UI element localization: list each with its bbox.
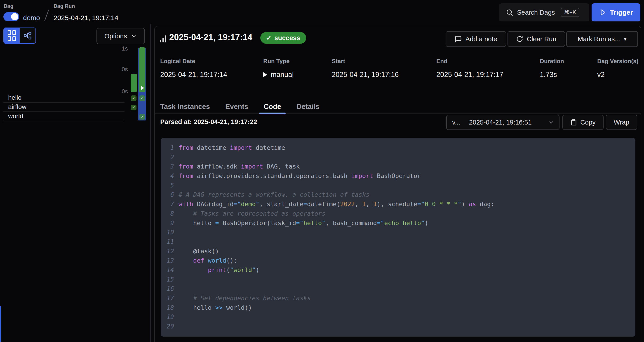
tab-events[interactable]: Events bbox=[221, 100, 253, 114]
dag-name-link[interactable]: demo bbox=[23, 14, 40, 22]
code-line: 19 bbox=[161, 312, 636, 322]
meta-label: Duration bbox=[540, 58, 564, 65]
code-text: from airflow.sdk import DAG, task bbox=[178, 162, 300, 171]
line-number: 1 bbox=[161, 143, 174, 153]
meta-value: 1.73s bbox=[540, 71, 564, 79]
run-duration-bar[interactable] bbox=[130, 74, 137, 92]
meta-value: 2025-04-21, 19:17:17 bbox=[436, 71, 503, 79]
dag-pause-toggle[interactable] bbox=[4, 12, 19, 21]
trigger-button[interactable]: Trigger bbox=[592, 3, 640, 21]
code-text: def world(): bbox=[178, 256, 237, 265]
task-name[interactable]: world bbox=[4, 112, 124, 121]
version-value: 2025-04-21, 19:16:51 bbox=[469, 119, 532, 126]
code-line: 7with DAG(dag_id="demo", start_date=date… bbox=[161, 199, 636, 209]
tab-code[interactable]: Code bbox=[259, 100, 286, 114]
breadcrumb-separator bbox=[44, 10, 49, 21]
line-number: 10 bbox=[161, 228, 174, 237]
wrap-button[interactable]: Wrap bbox=[606, 115, 637, 130]
task-status-airflow[interactable]: ✓ bbox=[131, 105, 136, 110]
meta-label: Dag Version(s) bbox=[597, 58, 638, 65]
check-icon: ✓ bbox=[266, 34, 272, 42]
code-text: # Set dependencies between tasks bbox=[178, 294, 311, 303]
dag-breadcrumb-label: Dag bbox=[4, 3, 13, 9]
tab-details[interactable]: Details bbox=[292, 100, 324, 114]
meta-run-type: Run Typemanual bbox=[263, 58, 294, 79]
left-scroll-indicator[interactable] bbox=[0, 306, 1, 342]
code-line: 16 bbox=[161, 284, 636, 294]
tab-task-instances[interactable]: Task Instances bbox=[156, 100, 214, 114]
tabs-row: Task InstancesEventsCodeDetails bbox=[155, 100, 641, 114]
code-line: 17 # Set dependencies between tasks bbox=[161, 294, 636, 303]
copy-button[interactable]: Copy bbox=[562, 115, 604, 130]
manual-type-icon bbox=[263, 72, 267, 77]
code-line: 3from airflow.sdk import DAG, task bbox=[161, 162, 636, 171]
note-icon bbox=[455, 35, 462, 43]
options-button[interactable]: Options bbox=[96, 28, 145, 44]
task-status-world[interactable]: ✓ bbox=[140, 114, 145, 120]
search-shortcut-kbd: ⌘+K bbox=[561, 8, 579, 17]
add-note-button[interactable]: Add a note bbox=[446, 31, 506, 47]
chevron-down-icon bbox=[130, 33, 137, 39]
line-number: 9 bbox=[161, 218, 174, 228]
duration-axis-label: 1s bbox=[110, 45, 128, 52]
search-dags-input[interactable]: Search Dags ⌘+K bbox=[499, 3, 589, 21]
add-note-label: Add a note bbox=[466, 35, 497, 43]
meta-logical-date: Logical Date2025-04-21, 19:17:14 bbox=[160, 58, 227, 79]
manual-run-play-icon bbox=[141, 86, 144, 90]
code-text: hello >> world() bbox=[178, 303, 252, 313]
line-number: 5 bbox=[161, 181, 174, 190]
options-label: Options bbox=[104, 32, 127, 40]
mark-run-as-button[interactable]: Mark Run as... ▾ bbox=[566, 31, 638, 47]
code-text: @task() bbox=[178, 247, 219, 256]
meta-end: End2025-04-21, 19:17:17 bbox=[436, 58, 503, 79]
task-name[interactable]: hello bbox=[4, 93, 124, 102]
dag-run-panel: 2025-04-21, 19:17:14 ✓ success Add a not… bbox=[154, 26, 641, 342]
parsed-at-text: Parsed at: 2025-04-21, 19:17:22 bbox=[160, 115, 257, 129]
meta-duration: Duration1.73s bbox=[540, 58, 564, 79]
task-status-hello[interactable]: ✓ bbox=[131, 95, 136, 101]
caret-down-icon: ▾ bbox=[624, 36, 626, 42]
dag-run-breadcrumb-value: 2025-04-21, 19:17:14 bbox=[54, 14, 118, 22]
trigger-label: Trigger bbox=[610, 8, 633, 16]
search-placeholder: Search Dags bbox=[517, 9, 555, 16]
line-number: 17 bbox=[161, 294, 174, 303]
grid-view-button[interactable] bbox=[4, 28, 20, 43]
meta-value: manual bbox=[263, 71, 294, 79]
code-text: with DAG(dag_id="demo", start_date=datet… bbox=[178, 199, 494, 209]
code-line: 20 bbox=[161, 322, 636, 331]
dag-run-breadcrumb-label: Dag Run bbox=[54, 3, 75, 9]
graph-view-button[interactable] bbox=[20, 28, 36, 43]
line-number: 20 bbox=[161, 322, 174, 331]
clear-run-button[interactable]: Clear Run bbox=[508, 31, 565, 47]
dag-version-select[interactable]: v... 2025-04-21, 19:16:51 bbox=[446, 115, 560, 130]
line-number: 13 bbox=[161, 256, 174, 265]
code-line: 2 bbox=[161, 153, 636, 162]
play-outline-icon bbox=[599, 9, 606, 16]
code-line: 14 print("world") bbox=[161, 265, 636, 275]
line-number: 2 bbox=[161, 153, 174, 162]
line-number: 8 bbox=[161, 209, 174, 218]
code-line: 5 bbox=[161, 181, 636, 190]
copy-label: Copy bbox=[580, 119, 596, 126]
grid-icon bbox=[8, 30, 16, 41]
run-status-label: success bbox=[274, 34, 300, 42]
mark-run-as-label: Mark Run as... bbox=[578, 35, 620, 43]
run-duration-bar[interactable] bbox=[139, 47, 145, 92]
line-number: 19 bbox=[161, 312, 174, 322]
panel-divider[interactable] bbox=[150, 24, 150, 342]
code-text: # A DAG represents a workflow, a collect… bbox=[178, 190, 370, 199]
version-truncated: v... bbox=[452, 119, 460, 126]
code-line: 10 bbox=[161, 228, 636, 237]
task-status-hello[interactable]: ✓ bbox=[140, 95, 145, 101]
meta-start: Start2025-04-21, 19:17:16 bbox=[332, 58, 398, 79]
code-line: 9 hello = BashOperator(task_id="hello", … bbox=[161, 218, 636, 228]
meta-value: v2 bbox=[597, 71, 638, 79]
code-line: 12 @task() bbox=[161, 247, 636, 256]
code-viewer[interactable]: 1from datetime import datetime23from air… bbox=[161, 138, 636, 337]
task-name[interactable]: airflow bbox=[4, 102, 124, 111]
wrap-label: Wrap bbox=[614, 119, 629, 126]
meta-label: Logical Date bbox=[160, 58, 227, 65]
task-row-hello: hello bbox=[4, 93, 124, 103]
meta-label: End bbox=[436, 58, 503, 65]
line-number: 16 bbox=[161, 284, 174, 294]
